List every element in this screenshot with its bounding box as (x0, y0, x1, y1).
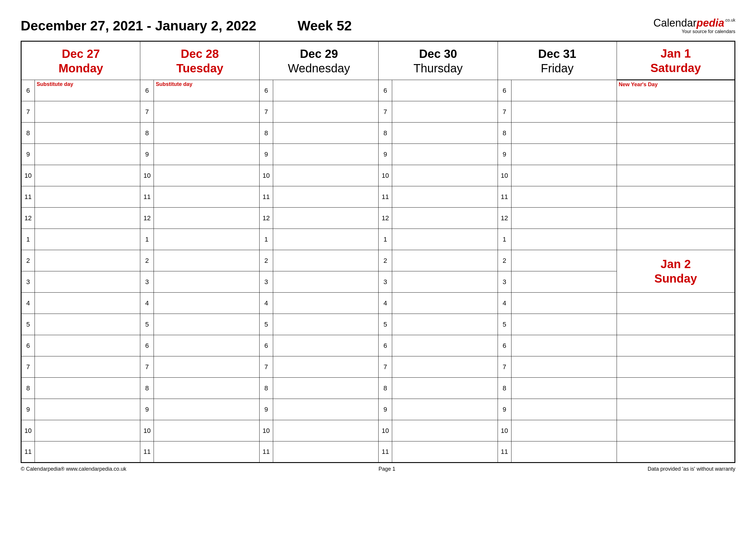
time-slot[interactable] (392, 442, 498, 463)
time-slot[interactable] (392, 80, 498, 101)
weekend-slot[interactable] (617, 186, 735, 208)
time-slot[interactable] (273, 293, 378, 314)
time-slot[interactable] (35, 293, 140, 314)
time-slot[interactable] (273, 186, 378, 208)
weekend-slot[interactable] (617, 293, 735, 314)
time-slot[interactable] (392, 356, 498, 378)
time-slot[interactable] (511, 186, 617, 208)
time-slot[interactable] (273, 208, 378, 229)
time-slot[interactable] (392, 399, 498, 420)
weekend-slot[interactable] (617, 144, 735, 165)
time-slot[interactable] (154, 271, 259, 293)
time-slot[interactable] (35, 442, 140, 463)
time-slot[interactable] (392, 293, 498, 314)
time-slot[interactable] (35, 356, 140, 378)
weekend-slot[interactable] (617, 123, 735, 144)
time-slot[interactable]: Substitute day (154, 80, 259, 101)
weekend-slot[interactable] (617, 442, 735, 463)
time-slot[interactable] (392, 165, 498, 186)
time-slot[interactable] (35, 165, 140, 186)
time-slot[interactable] (154, 250, 259, 271)
time-slot[interactable] (273, 123, 378, 144)
time-slot[interactable] (273, 144, 378, 165)
time-slot[interactable] (154, 293, 259, 314)
time-slot[interactable] (154, 144, 259, 165)
time-slot[interactable] (154, 314, 259, 335)
time-slot[interactable] (511, 208, 617, 229)
time-slot[interactable] (154, 165, 259, 186)
weekend-slot[interactable] (617, 314, 735, 335)
time-slot[interactable] (273, 442, 378, 463)
time-slot[interactable] (154, 399, 259, 420)
time-slot[interactable] (392, 378, 498, 399)
time-slot[interactable] (35, 144, 140, 165)
time-slot[interactable] (511, 165, 617, 186)
time-slot[interactable] (35, 399, 140, 420)
time-slot[interactable] (392, 335, 498, 356)
time-slot[interactable] (35, 101, 140, 123)
time-slot[interactable] (392, 101, 498, 123)
weekend-slot[interactable] (617, 420, 735, 442)
time-slot[interactable] (273, 101, 378, 123)
time-slot[interactable] (35, 378, 140, 399)
time-slot[interactable] (392, 208, 498, 229)
time-slot[interactable] (511, 356, 617, 378)
time-slot[interactable] (273, 271, 378, 293)
time-slot[interactable] (392, 186, 498, 208)
time-slot[interactable] (511, 80, 617, 101)
time-slot[interactable] (35, 123, 140, 144)
time-slot[interactable] (273, 335, 378, 356)
weekend-slot[interactable] (617, 208, 735, 229)
time-slot[interactable] (273, 399, 378, 420)
time-slot[interactable] (35, 271, 140, 293)
time-slot[interactable] (154, 378, 259, 399)
time-slot[interactable] (35, 314, 140, 335)
time-slot[interactable] (511, 123, 617, 144)
weekend-slot[interactable] (617, 229, 735, 250)
time-slot[interactable] (392, 250, 498, 271)
time-slot[interactable] (154, 208, 259, 229)
time-slot[interactable] (511, 271, 617, 293)
time-slot[interactable] (35, 250, 140, 271)
time-slot[interactable] (511, 229, 617, 250)
weekend-slot[interactable] (617, 101, 735, 123)
time-slot[interactable] (511, 420, 617, 442)
time-slot[interactable] (35, 420, 140, 442)
time-slot[interactable] (392, 271, 498, 293)
time-slot[interactable] (35, 186, 140, 208)
time-slot[interactable] (511, 442, 617, 463)
time-slot[interactable] (511, 144, 617, 165)
time-slot[interactable] (154, 229, 259, 250)
time-slot[interactable] (392, 229, 498, 250)
weekend-slot[interactable] (617, 335, 735, 356)
time-slot[interactable] (35, 208, 140, 229)
time-slot[interactable] (273, 356, 378, 378)
time-slot[interactable] (154, 335, 259, 356)
time-slot[interactable] (273, 229, 378, 250)
time-slot[interactable] (511, 378, 617, 399)
time-slot[interactable] (35, 229, 140, 250)
time-slot[interactable] (392, 314, 498, 335)
weekend-slot[interactable] (617, 165, 735, 186)
time-slot[interactable] (511, 399, 617, 420)
time-slot[interactable] (273, 165, 378, 186)
time-slot[interactable] (154, 186, 259, 208)
time-slot[interactable] (392, 123, 498, 144)
time-slot[interactable] (154, 356, 259, 378)
time-slot[interactable] (154, 442, 259, 463)
time-slot[interactable] (273, 250, 378, 271)
time-slot[interactable] (392, 144, 498, 165)
time-slot[interactable] (154, 101, 259, 123)
time-slot[interactable] (273, 80, 378, 101)
time-slot[interactable] (273, 378, 378, 399)
time-slot[interactable] (273, 314, 378, 335)
time-slot[interactable]: Substitute day (35, 80, 140, 101)
time-slot[interactable] (511, 250, 617, 271)
time-slot[interactable] (273, 420, 378, 442)
weekend-slot[interactable] (617, 378, 735, 399)
time-slot[interactable] (511, 101, 617, 123)
time-slot[interactable] (511, 314, 617, 335)
time-slot[interactable] (392, 420, 498, 442)
time-slot[interactable] (154, 123, 259, 144)
time-slot[interactable] (154, 420, 259, 442)
